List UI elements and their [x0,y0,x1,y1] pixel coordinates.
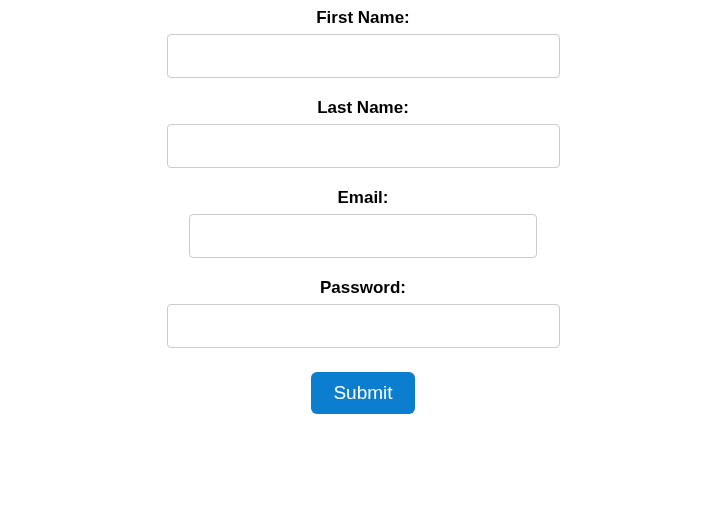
last-name-label: Last Name: [317,98,409,118]
first-name-label: First Name: [316,8,410,28]
last-name-group: Last Name: [167,98,560,168]
password-input[interactable] [167,304,560,348]
first-name-input[interactable] [167,34,560,78]
email-input[interactable] [189,214,537,258]
submit-button[interactable]: Submit [311,372,414,414]
password-label: Password: [320,278,406,298]
email-group: Email: [189,188,537,258]
first-name-group: First Name: [167,8,560,78]
password-group: Password: [167,278,560,348]
last-name-input[interactable] [167,124,560,168]
signup-form: First Name: Last Name: Email: Password: … [0,8,726,414]
email-label: Email: [337,188,388,208]
